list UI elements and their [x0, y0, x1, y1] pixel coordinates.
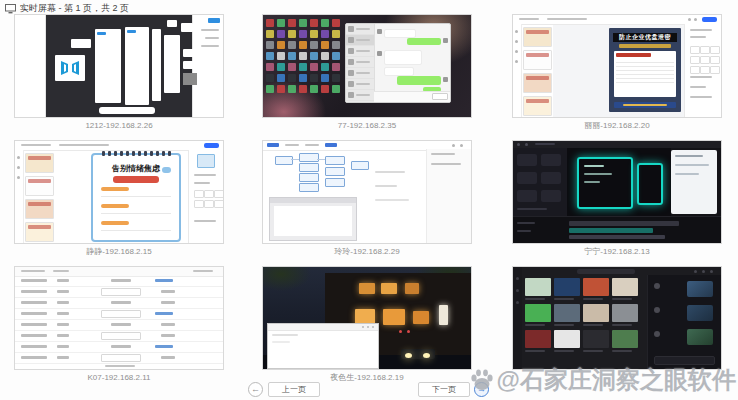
remote-desktop-note-editor: 告别情绪焦虑 [15, 141, 223, 243]
design-frame [152, 29, 161, 101]
desktop-icon [299, 19, 307, 27]
screen-label: 静静-192.168.2.15 [14, 247, 224, 257]
remote-desktop-table-page [15, 267, 223, 369]
text-panel [671, 150, 717, 214]
desktop-icon [299, 74, 307, 82]
table-rows [15, 276, 223, 361]
template-tile [554, 330, 580, 352]
flow-node [299, 173, 319, 182]
screen-thumbnail-8[interactable] [262, 266, 472, 370]
desktop-icon [299, 30, 307, 38]
properties-panel [188, 150, 223, 243]
desktop-icon [332, 74, 340, 82]
screen-thumbnail-5[interactable] [262, 140, 472, 244]
remote-desktop-poster-editor: 防止企业优盘泄密 [513, 15, 721, 117]
desktop-icon [266, 19, 274, 27]
template-thumbnail [25, 153, 54, 173]
flow-node [325, 178, 345, 187]
table-row [15, 320, 223, 331]
desktop-icon [288, 63, 296, 71]
search-bar [577, 269, 635, 274]
design-frame [183, 49, 205, 57]
chat-input [374, 91, 450, 102]
desktop-icon [310, 74, 318, 82]
desktop-icon [288, 74, 296, 82]
flow-node [351, 161, 369, 170]
poster-title: 防止企业优盘泄密 [613, 33, 677, 42]
desktop-icon [266, 63, 274, 71]
flow-node [325, 156, 345, 165]
new-button [267, 143, 279, 147]
download-button [702, 17, 717, 22]
desktop-icon [288, 30, 296, 38]
poster-canvas: 防止企业优盘泄密 [609, 28, 681, 112]
desktop-icon [310, 85, 318, 93]
screen-thumbnail-9[interactable] [512, 266, 722, 370]
screen-thumbnail-4[interactable]: 告别情绪焦虑 [14, 140, 224, 244]
design-frame [71, 39, 91, 48]
design-frame [183, 61, 205, 69]
desktop-icon [321, 52, 329, 60]
screen-thumbnail-2[interactable] [262, 14, 472, 118]
design-frame [167, 20, 177, 27]
screen-thumbnail-3[interactable]: 防止企业优盘泄密 [512, 14, 722, 118]
lit-window [405, 283, 419, 294]
remote-desktop-video-editor [513, 141, 721, 243]
desktop-icon [321, 19, 329, 27]
desktop-icon [266, 52, 274, 60]
screen-thumbnail-7[interactable] [14, 266, 224, 370]
screen-cell-7: K07-192.168.2.11 [14, 266, 224, 383]
video-thumbnail [687, 305, 713, 321]
desktop-icon [310, 30, 318, 38]
flow-node [275, 156, 293, 165]
chat-bubble [384, 29, 416, 38]
live-screens-window: 实时屏幕 - 第 1 页，共 2 页 [0, 0, 738, 400]
desktop-icon [277, 30, 285, 38]
screen-cell-5: 玲玲-192.168.2.29 [262, 140, 472, 257]
flow-node [299, 163, 319, 172]
template-column [523, 27, 552, 115]
screen-cell-3: 防止企业优盘泄密 丽丽-192.168.2 [512, 14, 722, 131]
chat-bubble [397, 76, 441, 85]
template-thumbnail [25, 222, 54, 242]
layers-panel [15, 15, 46, 117]
next-arrow-button[interactable]: → [474, 382, 489, 397]
template-tile [583, 304, 609, 326]
logo-artboard [55, 55, 85, 81]
template-thumbnail [523, 50, 552, 70]
wechat-window [345, 23, 451, 103]
desktop-icon [299, 41, 307, 49]
desktop-icon [332, 19, 340, 27]
template-column [25, 153, 54, 241]
screen-thumbnail-1[interactable] [14, 14, 224, 118]
prev-page-button[interactable]: 上一页 [268, 382, 320, 397]
save-button [204, 143, 219, 148]
desktop-icon [266, 30, 274, 38]
template-tile [525, 278, 551, 300]
desktop-icon [277, 41, 285, 49]
desktop-icon [266, 74, 274, 82]
prev-arrow-button[interactable]: ← [248, 382, 263, 397]
table-row [15, 353, 223, 364]
poster-banner [619, 44, 671, 48]
screen-cell-8: 夜色生-192.168.2.19 [262, 266, 472, 383]
flow-node [299, 183, 319, 192]
poster-content [614, 51, 676, 97]
next-page-button[interactable]: 下一页 [418, 382, 470, 397]
lit-sign [439, 305, 448, 325]
remote-desktop-night-photo [263, 267, 471, 369]
desktop-icon [310, 63, 318, 71]
file-window [267, 323, 379, 369]
text-properties-panel [684, 24, 721, 117]
desktop-icon [266, 41, 274, 49]
template-tile [612, 330, 638, 352]
chat-bubble [384, 50, 422, 65]
remote-desktop-template-browser [513, 267, 721, 369]
chat-bubble [384, 67, 414, 76]
video-thumbnail [687, 281, 713, 297]
design-frame [181, 23, 193, 32]
poster-canvas: 告别情绪焦虑 [91, 153, 181, 242]
brand-logo-icon [60, 60, 80, 76]
screen-thumbnail-6[interactable] [512, 140, 722, 244]
remote-desktop-whiteboard [263, 141, 471, 243]
